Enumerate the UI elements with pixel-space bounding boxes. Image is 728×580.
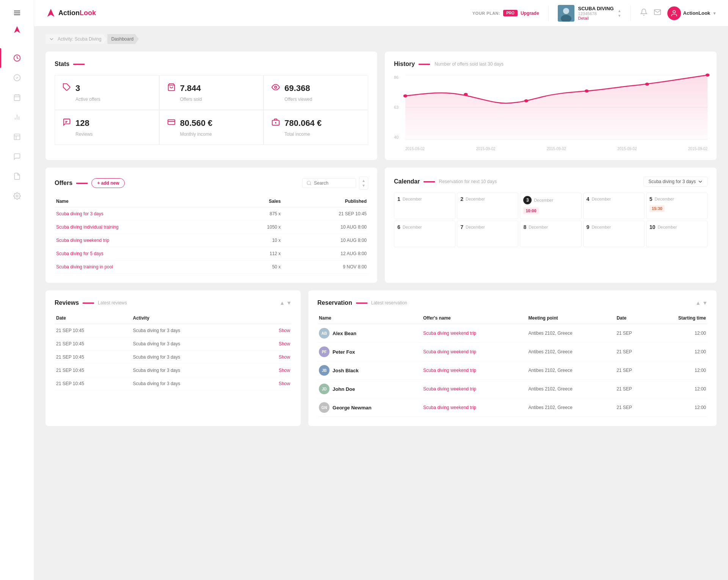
- sidebar-item-message[interactable]: [0, 147, 34, 166]
- calendar-day[interactable]: 10 December: [646, 221, 708, 247]
- cal-day-number: 10: [650, 224, 656, 230]
- reservation-card: Reservation Latest reservation ▲ ▼ Nam: [308, 290, 717, 426]
- offers-card: Offers + add new: [46, 168, 377, 283]
- cal-day-name: December: [534, 198, 553, 202]
- cal-day-number: 2: [460, 196, 463, 202]
- offer-name-link[interactable]: Scuba diving training in pool: [56, 264, 113, 270]
- res-offer-name[interactable]: Scuba diving weekend trip: [422, 380, 527, 398]
- header-left: ActionLook: [46, 8, 96, 19]
- calendar-day[interactable]: 8 December: [520, 221, 581, 247]
- res-offer-name[interactable]: Scuba diving weekend trip: [422, 361, 527, 380]
- review-date: 21 SEP 10:45: [55, 337, 132, 351]
- offer-name[interactable]: Scuba diving for 5 days: [55, 247, 236, 260]
- cal-day-number: 1: [397, 196, 400, 202]
- sidebar-item-check[interactable]: [0, 68, 34, 88]
- offer-name-link[interactable]: Scuba diving for 3 days: [56, 211, 104, 216]
- reviews-col-activity: Activity: [132, 312, 256, 324]
- svg-rect-13: [14, 134, 20, 140]
- review-show-link[interactable]: Show: [279, 328, 290, 333]
- reviews-arrows: ▲ ▼: [279, 300, 292, 306]
- offers-search-input[interactable]: [314, 180, 352, 186]
- res-offer-link[interactable]: Scuba diving weekend trip: [423, 386, 476, 392]
- calendar-day[interactable]: 5 December 15:30: [646, 193, 708, 219]
- search-icon: [306, 180, 312, 186]
- res-location: Antibes 2102, Greece: [527, 324, 615, 343]
- sidebar-item-chart[interactable]: [0, 107, 34, 127]
- res-col-location: Meeting point: [527, 312, 615, 324]
- plan-section: YOUR PLAN: PRO Upgrade: [472, 10, 539, 16]
- reviews-up-button[interactable]: ▲: [279, 300, 285, 306]
- reviews-down-button[interactable]: ▼: [286, 300, 292, 306]
- calendar-day[interactable]: 1 December: [394, 193, 455, 219]
- calendar-grid: 1 December 2 December 3 December 10:00 4…: [394, 193, 708, 247]
- sort-arrows[interactable]: ▲ ▼: [359, 177, 368, 190]
- review-show-link[interactable]: Show: [279, 381, 290, 386]
- res-offer-name[interactable]: Scuba diving weekend trip: [422, 324, 527, 343]
- chart-x-label-3: 2015-09-02: [547, 147, 566, 151]
- offer-name-link[interactable]: Scuba diving weekend trip: [56, 238, 109, 243]
- review-action[interactable]: Show: [256, 364, 292, 377]
- res-col-offer: Offer's name: [422, 312, 527, 324]
- account-arrows[interactable]: ▲ ▼: [618, 9, 621, 18]
- calendar-day[interactable]: 6 December: [394, 221, 455, 247]
- add-offer-button[interactable]: + add new: [91, 178, 125, 188]
- upgrade-link[interactable]: Upgrade: [521, 11, 539, 16]
- calendar-day[interactable]: 2 December: [457, 193, 518, 219]
- sidebar-item-activity[interactable]: [0, 48, 34, 68]
- sidebar-item-calendar[interactable]: [0, 88, 34, 107]
- cal-day-number: 8: [523, 224, 526, 230]
- account-detail-link[interactable]: Detail: [578, 16, 614, 20]
- notification-icon[interactable]: [640, 8, 648, 18]
- svg-point-16: [16, 195, 18, 197]
- cal-day-number: 3: [523, 196, 532, 204]
- offer-name[interactable]: Scuba diving weekend trip: [55, 234, 236, 247]
- reservation-down-button[interactable]: ▼: [702, 300, 708, 306]
- offer-name[interactable]: Scuba diving for 3 days: [55, 207, 236, 221]
- offer-name-link[interactable]: Scuba diving individual training: [56, 224, 119, 230]
- header: ActionLook YOUR PLAN: PRO Upgrade: [34, 0, 728, 27]
- review-action[interactable]: Show: [256, 377, 292, 390]
- sidebar: [0, 0, 34, 580]
- res-name: AB Alex Bean: [317, 324, 422, 343]
- review-action[interactable]: Show: [256, 337, 292, 351]
- res-offer-name[interactable]: Scuba diving weekend trip: [422, 398, 527, 417]
- avatar: PF: [319, 346, 329, 357]
- offer-name-link[interactable]: Scuba diving for 5 days: [56, 251, 104, 256]
- calendar-day[interactable]: 3 December 10:00: [520, 193, 581, 219]
- res-offer-link[interactable]: Scuba diving weekend trip: [423, 405, 476, 410]
- svg-marker-17: [47, 9, 55, 17]
- review-show-link[interactable]: Show: [279, 354, 290, 360]
- review-action[interactable]: Show: [256, 324, 292, 337]
- review-action[interactable]: Show: [256, 351, 292, 364]
- breadcrumb-dashboard[interactable]: Dashboard: [107, 34, 139, 44]
- calendar-filter[interactable]: Scuba diving for 3 days: [643, 177, 708, 187]
- res-offer-name[interactable]: Scuba diving weekend trip: [422, 343, 527, 361]
- reservation-up-button[interactable]: ▲: [695, 300, 701, 306]
- offer-name[interactable]: Scuba diving training in pool: [55, 260, 236, 274]
- res-location: Antibes 2102, Greece: [527, 343, 615, 361]
- res-offer-link[interactable]: Scuba diving weekend trip: [423, 331, 476, 336]
- sidebar-item-settings[interactable]: [0, 186, 34, 206]
- breadcrumb-activity[interactable]: Activity: Scuba Diving: [46, 34, 107, 44]
- account-thumbnail: [558, 5, 574, 22]
- res-offer-link[interactable]: Scuba diving weekend trip: [423, 368, 476, 373]
- sidebar-item-layout[interactable]: [0, 127, 34, 147]
- review-show-link[interactable]: Show: [279, 368, 290, 373]
- res-offer-link[interactable]: Scuba diving weekend trip: [423, 349, 476, 354]
- account-info: SCUBA DIVING 12345678 Detail ▲ ▼: [558, 5, 621, 22]
- cal-day-header: 3 December: [523, 196, 578, 204]
- offer-name[interactable]: Scuba diving individual training: [55, 221, 236, 234]
- calendar-day[interactable]: 7 December: [457, 221, 518, 247]
- calendar-week-row: 6 December 7 December 8 December 9 Decem…: [394, 221, 708, 247]
- res-name: GN George Newman: [317, 398, 422, 417]
- calendar-day[interactable]: 4 December: [583, 193, 645, 219]
- user-menu[interactable]: ActionLook ▼: [667, 6, 717, 20]
- mail-icon[interactable]: [654, 8, 661, 18]
- calendar-day[interactable]: 9 December: [583, 221, 645, 247]
- review-show-link[interactable]: Show: [279, 341, 290, 346]
- sidebar-item-file[interactable]: [0, 166, 34, 186]
- cal-day-header: 9 December: [587, 224, 641, 230]
- hamburger-icon[interactable]: [10, 6, 24, 22]
- cal-day-name: December: [403, 225, 422, 229]
- review-date: 21 SEP 10:45: [55, 377, 132, 390]
